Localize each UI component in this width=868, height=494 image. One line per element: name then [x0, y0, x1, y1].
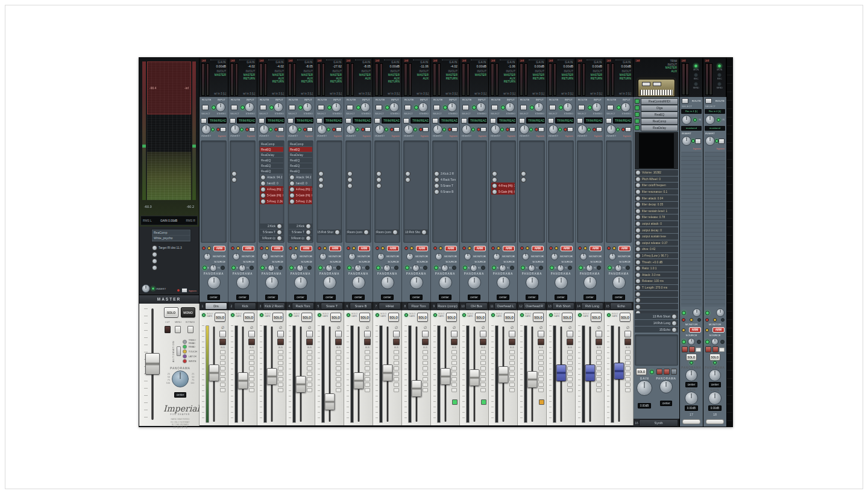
pan-value[interactable]: center: [410, 295, 423, 300]
fader-cap[interactable]: [441, 368, 451, 385]
insert-knob[interactable]: [230, 125, 240, 134]
bus-indicator[interactable]: [220, 388, 225, 392]
param-row[interactable]: [347, 170, 370, 177]
bus-indicator[interactable]: [423, 377, 428, 381]
solo-button[interactable]: SOLO: [446, 313, 457, 322]
param-row[interactable]: [318, 183, 341, 189]
gain-value[interactable]: -27.62: [333, 64, 342, 68]
monitor-knob[interactable]: [262, 253, 269, 260]
bus-indicator[interactable]: [336, 366, 341, 370]
fx-entry[interactable]: ReaEQ: [289, 147, 312, 152]
hw-mode-button[interactable]: [705, 346, 711, 352]
bus-indicator[interactable]: [509, 377, 515, 381]
route-destinations[interactable]: MASTER: [475, 73, 486, 77]
bus-indicator[interactable]: [480, 388, 486, 392]
hw-source-knob[interactable]: [688, 338, 695, 345]
automation-mode-display[interactable]: TRIM/READ: [382, 117, 400, 124]
gain-value[interactable]: -8.05: [363, 64, 371, 68]
solo-button[interactable]: SOLO: [388, 313, 399, 322]
monitor-knob[interactable]: [609, 253, 616, 260]
pan-knob[interactable]: [410, 276, 423, 289]
automation-mode-button[interactable]: [259, 118, 265, 124]
fader-cap[interactable]: [209, 364, 219, 381]
mute-button[interactable]: [567, 331, 573, 337]
param-row[interactable]: 3:Kick 2 R: [433, 170, 457, 177]
master-fx-list[interactable]: ReaCompWhite_psycho: [151, 229, 191, 242]
send-row[interactable]: 13:Rvb Sho: [404, 230, 428, 235]
bus-indicator[interactable]: [480, 361, 486, 365]
track-name-tab[interactable]: 12 Overhead R: [518, 302, 547, 310]
hw-mode-button[interactable]: [689, 346, 695, 352]
bus-indicator[interactable]: [625, 383, 631, 387]
track-name[interactable]: Kick: [234, 302, 256, 310]
bus-indicator[interactable]: [365, 388, 370, 392]
fader-cap[interactable]: [238, 372, 248, 389]
pan-value[interactable]: center: [323, 295, 336, 300]
phase-icon[interactable]: ∅: [221, 326, 224, 330]
synth-solo-button[interactable]: SOLO: [636, 368, 647, 375]
send-row[interactable]: 15:Rvb Shor: [318, 230, 341, 235]
route-destinations[interactable]: MASTERRETURN: [562, 73, 573, 80]
track-name[interactable]: Snare T: [321, 302, 343, 310]
hw-input-knob[interactable]: [705, 115, 715, 125]
insert-knob[interactable]: [520, 125, 529, 134]
master-param-row[interactable]: [151, 264, 189, 271]
hw-mode-button[interactable]: [712, 346, 719, 352]
bus-indicator[interactable]: [567, 350, 573, 354]
pan-knob[interactable]: [236, 276, 250, 289]
synth-param-row[interactable]: filter decay: 0.35: [635, 202, 678, 208]
bus-indicator[interactable]: [220, 372, 225, 376]
rec-button[interactable]: [538, 339, 544, 345]
send-row[interactable]: 9:Room (c: [260, 236, 283, 241]
param-row[interactable]: 5:Snare T: [433, 183, 457, 189]
automation-mode-display[interactable]: TRIM/READ: [324, 117, 342, 124]
bus-indicator[interactable]: [307, 361, 312, 365]
route-button[interactable]: [231, 105, 237, 110]
pan-knob[interactable]: [468, 276, 481, 289]
fx-list[interactable]: [318, 142, 341, 170]
route-destinations[interactable]: MASTERAUXRETURN: [330, 73, 342, 84]
automation-mode-display[interactable]: TRIM/READ: [237, 117, 256, 124]
pan-knob[interactable]: [207, 276, 221, 289]
source-knob[interactable]: [586, 264, 593, 272]
bus-indicator[interactable]: [509, 383, 515, 387]
fx-entry[interactable]: ReaDelay: [289, 152, 312, 157]
bus-indicator[interactable]: [365, 383, 370, 387]
gain-value[interactable]: -4.02: [277, 64, 284, 68]
automation-mode[interactable]: LATCH: [183, 354, 197, 358]
route-destinations[interactable]: MASTERRETURN: [533, 73, 544, 80]
send-row[interactable]: 5:Snare T: [289, 230, 312, 235]
bus-indicator[interactable]: [480, 383, 486, 387]
bypass-button[interactable]: [625, 127, 631, 132]
fx-list[interactable]: [202, 142, 225, 170]
fx-entry[interactable]: ReaEQ: [289, 163, 312, 168]
bus-indicator[interactable]: [336, 355, 341, 360]
mute-button[interactable]: [393, 331, 400, 337]
fader[interactable]: [384, 325, 391, 423]
automation-mode-display[interactable]: TRIM/READ: [353, 117, 371, 124]
synth-param-row[interactable]: filter attack: 0.04: [635, 195, 678, 201]
phase-icon[interactable]: ∅: [453, 326, 456, 330]
bus-indicator[interactable]: [394, 366, 399, 370]
gain-value[interactable]: -4.02: [450, 64, 458, 68]
input-knob[interactable]: [505, 102, 515, 112]
fx-list[interactable]: [404, 142, 428, 170]
bus-indicator[interactable]: [567, 377, 573, 381]
phase-icon[interactable]: ∅: [626, 326, 629, 330]
fader[interactable]: [500, 325, 507, 423]
pan-value[interactable]: center: [294, 295, 307, 300]
bus-indicator[interactable]: [365, 372, 370, 376]
input-knob[interactable]: [360, 102, 370, 112]
bus-indicator[interactable]: [278, 361, 283, 365]
solo-button[interactable]: SOLO: [301, 313, 312, 322]
fader[interactable]: [413, 325, 420, 423]
input-knob[interactable]: [245, 102, 254, 112]
bypass-button[interactable]: [394, 127, 400, 132]
param-row[interactable]: [404, 170, 428, 177]
hw-gain-value[interactable]: 0.00dB: [685, 405, 698, 411]
bus-indicator[interactable]: [596, 372, 602, 376]
bus-indicator[interactable]: [365, 377, 370, 381]
arm-button[interactable]: ARM: [213, 246, 225, 251]
synth-pan-knob[interactable]: [659, 380, 673, 393]
fader[interactable]: [442, 325, 449, 423]
